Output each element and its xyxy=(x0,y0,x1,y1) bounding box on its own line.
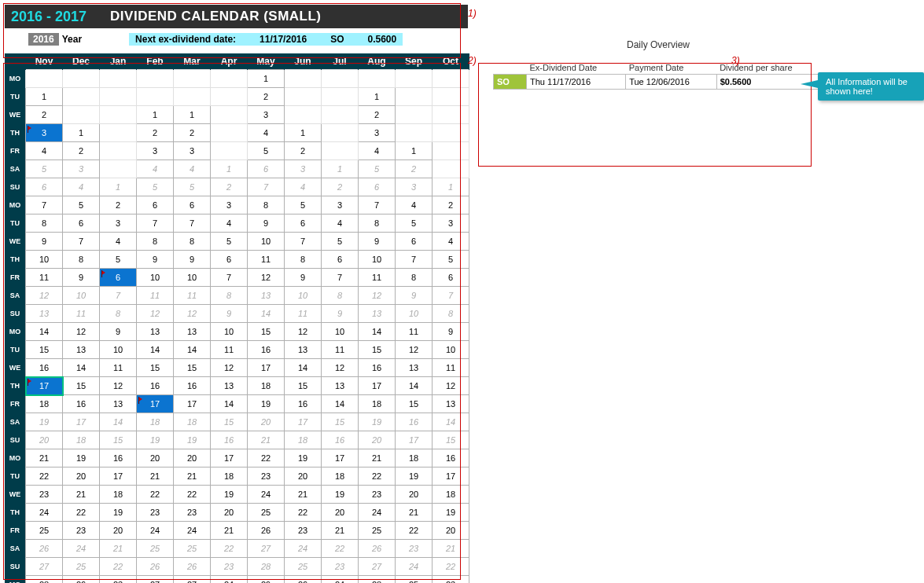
calendar-cell[interactable] xyxy=(433,70,469,88)
calendar-cell[interactable]: 16 xyxy=(322,431,359,449)
calendar-cell[interactable]: 9 xyxy=(359,233,396,251)
calendar-cell[interactable]: 14 xyxy=(100,413,137,431)
calendar-cell[interactable]: 3 xyxy=(137,142,174,160)
calendar-cell[interactable] xyxy=(211,106,248,124)
calendar-cell[interactable]: 18 xyxy=(248,377,285,395)
calendar-cell[interactable]: 6 xyxy=(285,214,322,233)
calendar-cell[interactable]: 15 xyxy=(396,395,433,413)
calendar-cell[interactable]: 9 xyxy=(26,233,63,251)
calendar-cell[interactable]: 28 xyxy=(26,576,63,584)
calendar-cell[interactable] xyxy=(100,160,137,178)
calendar-cell[interactable]: 14 xyxy=(174,341,211,359)
calendar-cell[interactable]: 18 xyxy=(137,413,174,431)
calendar-cell[interactable] xyxy=(433,88,469,106)
calendar-cell[interactable]: 16 xyxy=(63,395,100,413)
calendar-cell[interactable]: 7 xyxy=(285,233,322,251)
calendar-cell[interactable]: 2 xyxy=(63,142,100,160)
calendar-cell[interactable]: 7 xyxy=(63,233,100,251)
calendar-cell[interactable]: 6 xyxy=(211,251,248,269)
calendar-cell[interactable]: 25 xyxy=(248,504,285,522)
calendar-cell[interactable]: 6 xyxy=(174,196,211,214)
calendar-cell[interactable]: 2 xyxy=(359,106,396,124)
calendar-cell[interactable]: 9 xyxy=(63,269,100,287)
calendar-cell[interactable]: 21 xyxy=(174,468,211,486)
calendar-cell[interactable]: 12 xyxy=(174,305,211,323)
calendar-cell[interactable] xyxy=(100,106,137,124)
calendar-cell[interactable]: 4 xyxy=(359,142,396,160)
calendar-cell[interactable] xyxy=(100,70,137,88)
calendar-cell[interactable]: 22 xyxy=(322,540,359,558)
calendar-cell[interactable]: 19 xyxy=(359,413,396,431)
calendar-cell[interactable]: 15 xyxy=(248,323,285,341)
calendar-cell[interactable]: 12 xyxy=(100,377,137,395)
calendar-cell[interactable]: 17 xyxy=(100,468,137,486)
calendar-cell[interactable]: 18 xyxy=(63,431,100,449)
calendar-cell[interactable]: 22 xyxy=(248,449,285,468)
calendar-cell[interactable]: 22 xyxy=(359,468,396,486)
calendar-cell[interactable]: 5 xyxy=(26,160,63,178)
calendar-cell[interactable]: 5 xyxy=(285,196,322,214)
calendar-cell[interactable] xyxy=(433,124,469,142)
calendar-cell[interactable]: 4 xyxy=(322,214,359,233)
calendar-cell[interactable]: 7 xyxy=(248,178,285,196)
calendar-cell[interactable]: 9 xyxy=(248,214,285,233)
calendar-cell[interactable] xyxy=(322,124,359,142)
calendar-cell[interactable]: 4 xyxy=(100,233,137,251)
calendar-cell[interactable]: 20 xyxy=(211,504,248,522)
calendar-cell[interactable]: 9 xyxy=(100,323,137,341)
calendar-cell[interactable]: 3 xyxy=(63,160,100,178)
calendar-cell[interactable]: 19 xyxy=(211,486,248,504)
calendar-cell[interactable]: 23 xyxy=(174,504,211,522)
calendar-cell[interactable]: 8 xyxy=(248,196,285,214)
calendar-cell[interactable]: 20 xyxy=(285,468,322,486)
calendar-cell[interactable]: 24 xyxy=(174,522,211,540)
calendar-cell[interactable] xyxy=(322,70,359,88)
calendar-cell[interactable]: 20 xyxy=(359,431,396,449)
calendar-cell[interactable]: 11 xyxy=(433,359,469,377)
calendar-cell[interactable]: 12 xyxy=(396,341,433,359)
calendar-cell[interactable]: 10 xyxy=(63,287,100,305)
calendar-cell[interactable]: 14 xyxy=(433,413,469,431)
calendar-cell[interactable]: 18 xyxy=(100,486,137,504)
calendar-cell[interactable]: 19 xyxy=(63,449,100,468)
calendar-cell[interactable] xyxy=(174,70,211,88)
calendar-cell[interactable]: 9 xyxy=(322,305,359,323)
calendar-cell[interactable]: 24 xyxy=(322,576,359,584)
calendar-cell[interactable]: 11 xyxy=(26,269,63,287)
calendar-cell[interactable]: 13 xyxy=(359,305,396,323)
calendar-cell[interactable]: 9 xyxy=(211,305,248,323)
calendar-cell[interactable]: 9 xyxy=(285,269,322,287)
calendar-cell[interactable]: 1 xyxy=(26,88,63,106)
calendar-cell[interactable]: 1 xyxy=(211,160,248,178)
calendar-cell[interactable]: 7 xyxy=(211,269,248,287)
calendar-cell[interactable] xyxy=(26,70,63,88)
calendar-cell[interactable]: 5 xyxy=(137,178,174,196)
calendar-cell[interactable] xyxy=(137,70,174,88)
calendar-cell[interactable]: 10 xyxy=(248,233,285,251)
calendar-cell[interactable]: 4 xyxy=(137,160,174,178)
calendar-cell[interactable]: 24 xyxy=(248,486,285,504)
calendar-cell[interactable]: 27 xyxy=(137,576,174,584)
calendar-cell[interactable]: 21 xyxy=(433,540,469,558)
calendar-cell[interactable]: 12 xyxy=(26,287,63,305)
calendar-cell[interactable]: 22 xyxy=(211,540,248,558)
calendar-cell[interactable]: 3 xyxy=(359,124,396,142)
calendar-cell[interactable] xyxy=(322,142,359,160)
calendar-cell[interactable]: 23 xyxy=(63,522,100,540)
calendar-cell[interactable]: 18 xyxy=(26,395,63,413)
calendar-cell[interactable]: 8 xyxy=(63,251,100,269)
calendar-cell[interactable]: 26 xyxy=(248,522,285,540)
calendar-cell[interactable]: 9 xyxy=(396,287,433,305)
calendar-cell[interactable]: 19 xyxy=(396,468,433,486)
calendar-cell[interactable]: 3 xyxy=(322,196,359,214)
calendar-cell[interactable]: 3 xyxy=(285,160,322,178)
calendar-cell[interactable]: 18 xyxy=(322,468,359,486)
calendar-cell[interactable]: 17 xyxy=(248,359,285,377)
calendar-cell[interactable]: 21 xyxy=(322,522,359,540)
calendar-cell[interactable] xyxy=(396,88,433,106)
calendar-cell[interactable]: 1 xyxy=(285,124,322,142)
calendar-cell[interactable]: 23 xyxy=(26,486,63,504)
calendar-cell[interactable]: 5 xyxy=(396,214,433,233)
overview-row[interactable]: SO Thu 11/17/2016 Tue 12/06/2016 $0.5600 xyxy=(494,75,823,90)
calendar-cell[interactable]: 24 xyxy=(137,522,174,540)
